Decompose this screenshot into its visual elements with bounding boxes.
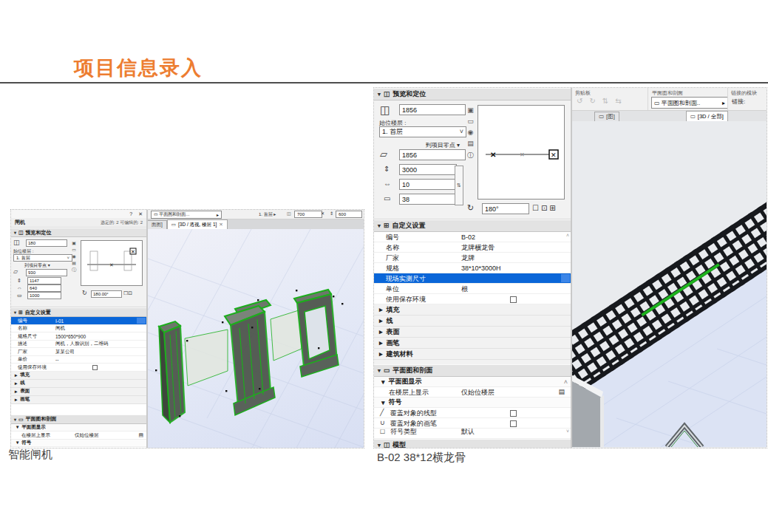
scroll-up-icon[interactable]: ˄ [566, 233, 569, 238]
sub-plan-display[interactable]: ▾平面图显示 [11, 424, 146, 432]
table-row-name[interactable]: 名称龙牌横龙骨 [374, 242, 571, 253]
tab-close-icon[interactable]: ✕ [219, 222, 222, 228]
table-row-spec[interactable]: 规格38*10*3000H [374, 263, 571, 273]
strip-icon-5[interactable]: ⓘ [72, 267, 76, 273]
base-height-input[interactable]: 1856 [399, 104, 466, 115]
row-override-linetype[interactable]: ╱ 覆盖对象的线型 [374, 408, 571, 418]
dim-c-input[interactable]: 38 [399, 194, 457, 205]
strip-icon-1[interactable]: ▣ [467, 106, 474, 114]
strip-icon-3[interactable]: ◉ [468, 129, 474, 136]
anchor-preview-box[interactable]: ✕ ✕ ✕ [478, 105, 565, 200]
table-row-field-size-selected[interactable]: 现场实测尺寸 [374, 273, 571, 284]
saved-env-checkbox[interactable] [510, 296, 517, 303]
table-row-price[interactable]: 单价-- [11, 356, 146, 364]
group-fill[interactable]: ▸填充 [11, 372, 146, 380]
strip-icon-3[interactable]: ◉ [72, 253, 75, 259]
dialog-title: 闸机 [15, 219, 25, 226]
strip-icon-1[interactable]: ▣ [72, 240, 76, 245]
table-row-description[interactable]: 描述闸机，人脸识别，二维码 [11, 341, 146, 349]
section-plan-and-section[interactable]: ▾ ▭ 平面图和剖面 [11, 415, 146, 424]
anchor-preview-box[interactable]: ✕ ✕ [81, 240, 143, 286]
slab-icon: ▱ [380, 149, 387, 159]
sub-symbol[interactable]: ▾符号 [11, 440, 146, 448]
table-row-name[interactable]: 名称闸机 [11, 325, 146, 333]
group-building-material[interactable]: ▸建筑材料 [374, 349, 571, 360]
group-line[interactable]: ▸线 [374, 316, 571, 327]
table-row-number[interactable]: 编号B-02 ˄ [374, 232, 571, 242]
close-icon[interactable]: ✕ [138, 211, 143, 217]
dim-b-input[interactable]: 640 [27, 284, 61, 292]
row-edit-handle[interactable] [561, 274, 570, 282]
mirror-options[interactable]: ☐⊡⊞ [532, 204, 558, 212]
dim-b-input[interactable]: 10 [399, 179, 457, 190]
tab-3d-all[interactable]: ▭ [3D / 全部] [686, 111, 728, 121]
help-icon[interactable]: ? [129, 211, 132, 216]
sub-plan-display[interactable]: ▾平面图显示 ˄ [374, 377, 571, 387]
group-surface[interactable]: ▸表面 [374, 327, 571, 338]
strip-icon-2[interactable]: ▭ [467, 117, 474, 125]
group-pen[interactable]: ▸画笔 [374, 338, 571, 349]
section-preview-position[interactable]: ▾ ◫ 预览和定位 [11, 228, 146, 237]
strip-icon-2[interactable]: ▭ [72, 247, 76, 252]
override-pen-checkbox[interactable] [510, 420, 517, 427]
anchor-mode-strip[interactable]: ▣ ▭ ◉ ▤ ⓘ [72, 240, 76, 273]
strip-icon-5[interactable]: ⓘ [467, 151, 474, 160]
tab-plan[interactable]: ▭ [图] [594, 112, 619, 121]
elevation-input-2[interactable]: 600 [336, 211, 362, 218]
table-row-size[interactable]: 规格尺寸1500*650*900 [11, 332, 146, 341]
to-zero-input[interactable]: 930 [26, 269, 67, 276]
table-row-unit[interactable]: 单位根 [374, 284, 571, 294]
right-3d-canvas[interactable] [572, 121, 767, 448]
link-dims-toggle[interactable]: ⇅ [455, 166, 463, 205]
angle-input[interactable]: 180.00° [91, 290, 122, 298]
tab-plan-partial[interactable]: 面图] [148, 220, 167, 229]
sub-symbol[interactable]: ▾符号 [374, 398, 571, 408]
table-row-manufacturer[interactable]: 厂家某某公司 [11, 348, 146, 356]
row-show-on-stories[interactable]: 在楼层上显示 仅始位楼层 ▤ [11, 432, 146, 440]
section-custom-settings[interactable]: ▾ ⊞ 自定义设置 [374, 219, 571, 232]
tab-3d-perspective[interactable]: ▭ [3D / 透视, 楼层 1] ✕ [167, 219, 228, 229]
group-pen[interactable]: ▸画笔 [11, 396, 146, 404]
group-surface[interactable]: ▸表面 [11, 388, 146, 396]
row-override-pen[interactable]: ∪ 覆盖对象的画笔 [374, 418, 571, 429]
section-model[interactable]: ▾ ◫ 模型 [374, 439, 571, 448]
elevation-input-1[interactable]: 700 [294, 211, 322, 218]
override-linetype-checkbox[interactable] [510, 410, 517, 417]
table-row-saved-env[interactable]: 使用保存环境 [11, 364, 146, 372]
group-fill[interactable]: ▸填充 [374, 304, 571, 316]
dim-height-input[interactable]: 1147 [27, 277, 61, 284]
to-project-zero-link[interactable]: 到项目零点 ▾ [399, 141, 460, 149]
left-3d-canvas[interactable] [148, 229, 364, 448]
section-preview-position[interactable]: ▾ ◫ 预览和定位 [374, 88, 571, 100]
group-line[interactable]: ▸线 [11, 380, 146, 388]
table-row-number[interactable]: 编号I-01 [11, 317, 146, 325]
home-story-select[interactable]: 1. 首层 ˅ [13, 254, 72, 262]
strip-icon-4[interactable]: ▤ [72, 260, 76, 265]
scroll-down-icon[interactable]: ˅ [566, 429, 569, 434]
story-selector[interactable]: 1. 首层 ▸ [259, 211, 276, 218]
to-project-zero-link[interactable]: 到项目零点 ▾ [24, 262, 50, 269]
to-zero-input[interactable]: 1856 [399, 149, 466, 160]
dim-c-input[interactable]: 1000 [27, 292, 61, 299]
angle-input[interactable]: 180° [482, 203, 529, 214]
row-symbol-type-partial[interactable]: ☐ 符号类型 默认 ˅ [374, 429, 571, 439]
saved-env-checkbox[interactable] [92, 365, 98, 370]
scroll-up-icon[interactable]: ˄ [564, 378, 568, 386]
row-edit-handle[interactable] [137, 318, 146, 324]
anchor-mode-strip[interactable]: ▣ ▭ ◉ ▤ ⓘ [467, 106, 474, 160]
strip-icon-4[interactable]: ▤ [467, 140, 474, 147]
table-row-saved-env[interactable]: 使用保存环境 [374, 294, 571, 304]
plan-section-dropdown[interactable]: ▭ 平面图和剖面... ▸ [151, 211, 222, 219]
home-story-select[interactable]: 1. 首层 ˅ [379, 126, 466, 137]
slide: 项目信息录入 ? ✕ 闸机 选定的: 2 可编辑的: 2 ▾ ◫ 预览和定位 ◫… [0, 0, 768, 532]
section-custom-settings[interactable]: ▾ ⊞ 自定义设置 [11, 307, 146, 317]
base-height-input[interactable]: 180 [26, 239, 67, 247]
dim-height-input[interactable]: 3000 [399, 164, 457, 175]
mirror-options[interactable]: ☐⊡ [123, 290, 132, 296]
table-row-manufacturer[interactable]: 厂家龙牌 [374, 253, 571, 263]
plan-section-dropdown[interactable]: ▭ 平面图和剖面.. ▸ [651, 97, 728, 109]
close-small-icon[interactable]: ✕ [321, 211, 324, 216]
row-show-on-stories[interactable]: 在楼层上显示 仅始位楼层 ▤ [374, 387, 571, 398]
collapse-icon: ▾ [14, 230, 16, 235]
section-plan-and-section[interactable]: ▾ ▭ 平面图和剖面 [374, 364, 571, 377]
